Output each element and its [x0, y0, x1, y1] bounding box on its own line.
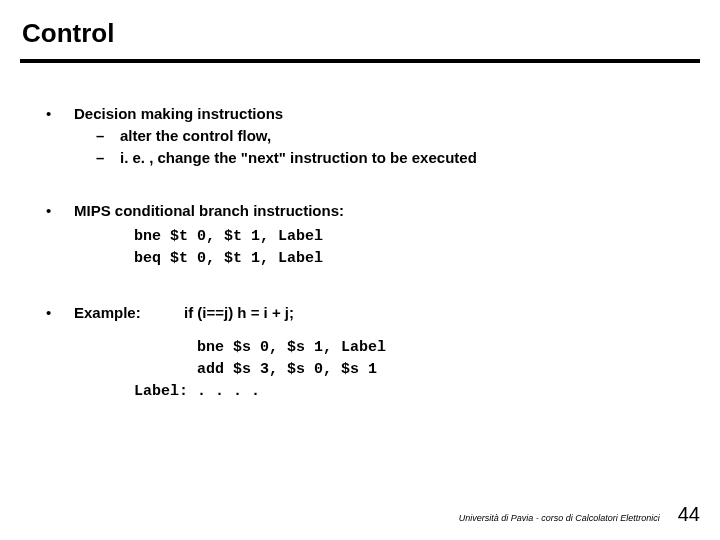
- footer-text: Università di Pavia - corso di Calcolato…: [459, 513, 660, 523]
- bullet-marker: •: [40, 200, 74, 269]
- slide-footer: Università di Pavia - corso di Calcolato…: [459, 503, 700, 526]
- bullet-1-sub-2-text: i. e. , change the "next" instruction to…: [120, 147, 477, 169]
- page-number: 44: [678, 503, 700, 526]
- bullet-marker: •: [40, 103, 74, 168]
- slide-content: • Decision making instructions – alter t…: [20, 103, 700, 403]
- example-label: Example:: [74, 302, 184, 324]
- slide-title: Control: [20, 18, 700, 59]
- bullet-1-head: Decision making instructions: [74, 103, 700, 125]
- bullet-3: • Example: if (i==j) h = i + j; bne $s 0…: [40, 302, 700, 403]
- bullet-1-sub-1: – alter the control flow,: [96, 125, 700, 147]
- bullet-marker: •: [40, 302, 74, 403]
- sub-marker: –: [96, 147, 120, 169]
- bullet-1: • Decision making instructions – alter t…: [40, 103, 700, 168]
- bullet-1-sub-1-text: alter the control flow,: [120, 125, 271, 147]
- bullet-3-code: bne $s 0, $s 1, Label add $s 3, $s 0, $s…: [74, 337, 700, 402]
- example-condition: if (i==j) h = i + j;: [184, 302, 294, 324]
- bullet-2: • MIPS conditional branch instructions: …: [40, 200, 700, 269]
- title-divider: [20, 59, 700, 63]
- bullet-2-head: MIPS conditional branch instructions:: [74, 200, 700, 222]
- bullet-2-code: bne $t 0, $t 1, Label beq $t 0, $t 1, La…: [74, 226, 700, 270]
- sub-marker: –: [96, 125, 120, 147]
- bullet-1-sub-2: – i. e. , change the "next" instruction …: [96, 147, 700, 169]
